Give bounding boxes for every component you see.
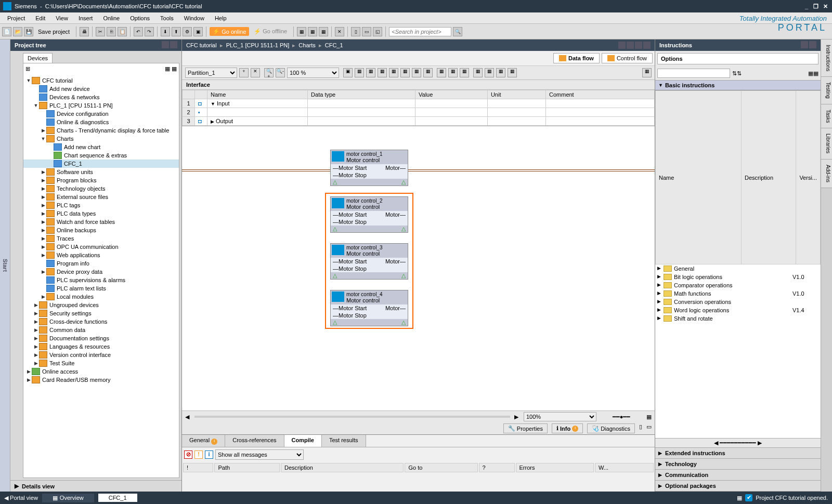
input-pin[interactable]: —Motor Start xyxy=(333,211,367,218)
output-pin[interactable]: Motor— xyxy=(385,305,406,311)
side-tab-libraries[interactable]: Libraries xyxy=(821,128,832,159)
download-button[interactable]: ⬇ xyxy=(161,27,170,36)
info-tab-general[interactable]: General i xyxy=(182,435,225,447)
input-pin[interactable]: —Motor Start xyxy=(333,305,367,311)
details-view-header[interactable]: ▶ Details view xyxy=(10,480,181,492)
interface-row[interactable]: 3◘▶ Output xyxy=(183,117,655,126)
control-flow-tab[interactable]: Control flow xyxy=(602,53,653,63)
instruction-item[interactable]: ▶Shift and rotate xyxy=(655,314,821,323)
instruction-item[interactable]: ▶Math functionsV1.0 xyxy=(655,289,821,298)
accordion-optional-packages[interactable]: ▶Optional packages xyxy=(655,481,821,492)
tree-item[interactable]: ▶Card Reader/USB memory xyxy=(23,376,179,384)
overview-tab[interactable]: ▦Overview xyxy=(42,494,94,502)
breadcrumb-item[interactable]: CFC_1 xyxy=(325,42,343,48)
tree-item[interactable]: ▶Common data xyxy=(23,326,179,334)
tree-item[interactable]: ▶Languages & resources xyxy=(23,342,179,351)
maximize-button[interactable]: ❐ xyxy=(812,3,820,10)
function-block[interactable]: motor control_3Motor control—Motor Start… xyxy=(330,243,408,280)
tree-item[interactable]: ▶OPC UA communication xyxy=(23,243,179,251)
instruction-item[interactable]: ▶Word logic operationsV1.4 xyxy=(655,306,821,314)
breadcrumb-item[interactable]: PLC_1 [CPU 1511-1 PN] xyxy=(226,42,290,48)
tb6[interactable]: ▦ xyxy=(400,68,410,77)
output-pin[interactable]: Motor— xyxy=(385,258,406,264)
instruction-item[interactable]: ▶General xyxy=(655,264,821,273)
interface-row[interactable]: 1◘▼ Input xyxy=(183,99,655,108)
tree-item[interactable]: ▶Web applications xyxy=(23,251,179,259)
accordion-communication[interactable]: ▶Communication xyxy=(655,470,821,481)
pin-right-button[interactable] xyxy=(809,41,816,48)
warning-filter-button[interactable]: ! xyxy=(194,450,203,459)
input-pin[interactable]: —Motor Stop xyxy=(333,312,367,319)
interface-row[interactable]: 2▪ xyxy=(183,108,655,117)
delete-partition-button[interactable]: ✕ xyxy=(251,68,260,77)
side-tab-testing[interactable]: Testing xyxy=(821,77,832,104)
zoom-out-button[interactable]: 🔍- xyxy=(276,68,285,77)
tree-item[interactable]: PLC alarm text lists xyxy=(23,284,179,293)
paste-button[interactable]: 📋 xyxy=(118,27,127,36)
tb13[interactable]: ▦ xyxy=(485,68,494,77)
tb7[interactable]: ▦ xyxy=(412,68,421,77)
network-button[interactable]: ▦ xyxy=(308,27,317,36)
info-tab-test-results[interactable]: Test results xyxy=(322,435,366,447)
tree-item[interactable]: Program info xyxy=(23,259,179,268)
function-block[interactable]: motor control_2Motor control—Motor Start… xyxy=(330,196,408,233)
menu-insert[interactable]: Insert xyxy=(73,14,98,22)
tree-item[interactable]: Device configuration xyxy=(23,110,179,118)
new-project-button[interactable]: 📄 xyxy=(2,27,11,36)
tb-last[interactable]: ▦ xyxy=(642,68,652,77)
output-pin[interactable]: Motor— xyxy=(385,165,406,171)
tree-item[interactable]: ▶External source files xyxy=(23,193,179,201)
tb3[interactable]: ▦ xyxy=(366,68,375,77)
tree-item[interactable]: ▶Device proxy data xyxy=(23,268,179,276)
error-filter-button[interactable]: ⊘ xyxy=(184,450,192,459)
tree-item[interactable]: ▶Documentation settings xyxy=(23,334,179,342)
close-panel-button[interactable]: ✕ xyxy=(335,27,344,36)
input-pin[interactable]: —Motor Start xyxy=(333,165,367,171)
tb5[interactable]: ▦ xyxy=(389,68,398,77)
tree-item[interactable]: ▶Software units xyxy=(23,168,179,176)
zoom-select[interactable]: 100 % xyxy=(287,68,339,78)
tb12[interactable]: ▦ xyxy=(473,68,483,77)
copy-button[interactable]: ⎘ xyxy=(107,27,116,36)
cut-button[interactable]: ✂ xyxy=(96,27,105,36)
tree-item[interactable]: ▼PLC_1 [CPU 1511-1 PN] xyxy=(23,101,179,110)
tb8[interactable]: ▦ xyxy=(423,68,433,77)
start-tab[interactable]: Start xyxy=(0,39,10,492)
split-v-button[interactable]: ▭ xyxy=(362,27,371,36)
hmi-button[interactable]: ▦ xyxy=(297,27,306,36)
basic-instructions-header[interactable]: ▼ Basic instructions xyxy=(655,81,821,90)
go-offline-button[interactable]: ⚡ Go offline xyxy=(251,27,290,36)
breadcrumb-item[interactable]: Charts xyxy=(298,42,315,48)
zoom-footer-select[interactable]: 100% xyxy=(524,412,596,421)
menu-options[interactable]: Options xyxy=(125,14,155,22)
tree-item[interactable]: Add new device xyxy=(23,85,179,93)
minimize-button[interactable]: _ xyxy=(803,3,810,10)
go-online-button[interactable]: ⚡ Go online xyxy=(210,27,249,36)
cfc-canvas[interactable]: motor control_1Motor control—Motor Start… xyxy=(182,126,655,410)
input-pin[interactable]: —Motor Stop xyxy=(333,172,367,178)
tb1[interactable]: ▣ xyxy=(343,68,353,77)
function-block[interactable]: motor control_4Motor control—Motor Start… xyxy=(330,290,408,326)
info-tab-cross-references[interactable]: Cross-references xyxy=(225,435,284,447)
properties-tab[interactable]: 🔧Properties xyxy=(503,423,548,433)
tree-item[interactable]: ▶Online backups xyxy=(23,226,179,234)
menu-view[interactable]: View xyxy=(50,14,73,22)
inspector-max-button[interactable]: ▭ xyxy=(646,423,652,433)
tree-item[interactable]: ▶Local modules xyxy=(23,293,179,301)
tree-item[interactable]: ▶PLC data types xyxy=(23,209,179,218)
instruction-search-input[interactable] xyxy=(657,69,730,78)
input-pin[interactable]: —Motor Stop xyxy=(333,219,367,225)
editor-float[interactable] xyxy=(627,42,634,49)
compile-button[interactable]: ⚙ xyxy=(183,27,192,36)
tree-item[interactable]: ▼Charts xyxy=(23,135,179,143)
view-list-button[interactable]: ▦ xyxy=(808,70,813,77)
tree-item[interactable]: ▶Technology objects xyxy=(23,184,179,193)
test-button[interactable]: ▣ xyxy=(193,27,203,36)
tree-item[interactable]: ▶Online access xyxy=(23,367,179,376)
h-scroll-instr[interactable]: ◀ ━━━━━━━━━━ ▶ xyxy=(655,438,821,447)
editor-close[interactable] xyxy=(643,42,651,49)
side-tab-tasks[interactable]: Tasks xyxy=(821,104,832,129)
cfc-tab[interactable]: CFC_1 xyxy=(98,494,137,502)
tree-item[interactable]: PLC supervisions & alarms xyxy=(23,276,179,284)
upload-button[interactable]: ⬆ xyxy=(172,27,181,36)
